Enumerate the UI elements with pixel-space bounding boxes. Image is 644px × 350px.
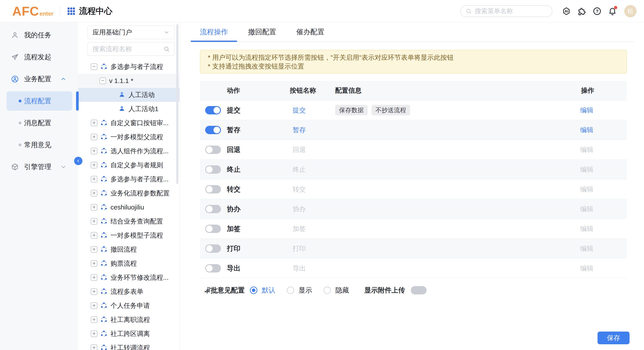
- process-icon: [100, 176, 108, 183]
- tree-node[interactable]: + 自定义参与者规则: [78, 158, 180, 172]
- tree-node[interactable]: + 个人任务申请: [78, 299, 180, 313]
- edit-link: 编辑: [580, 205, 593, 213]
- sidebar-item-engine-management[interactable]: 引擎管理: [0, 156, 78, 178]
- tree-expander-icon[interactable]: +: [91, 316, 97, 323]
- main-content: 流程操作 撤回配置 催办配置 * 用户可以为流程指定环节选择所需按钮，"开关启用…: [180, 22, 644, 350]
- sidebar-item-business-config[interactable]: 业务配置: [0, 68, 78, 90]
- tree-expander-icon[interactable]: +: [91, 288, 97, 295]
- tree-node[interactable]: + 自定义窗口按钮审...: [78, 116, 180, 130]
- tree-node-label: 自定义窗口按钮审...: [110, 119, 168, 128]
- tree-expander-icon[interactable]: +: [91, 218, 97, 225]
- radio-show[interactable]: 显示: [287, 286, 312, 295]
- tree-expander-icon[interactable]: −: [100, 78, 106, 84]
- app-grid-icon: [67, 7, 76, 16]
- tree-node[interactable]: + 多选参与者子流程...: [78, 172, 180, 186]
- bullet-icon: [19, 144, 22, 146]
- save-button[interactable]: 保存: [598, 331, 630, 344]
- radio-label: 默认: [262, 286, 275, 295]
- table-body: 提交 提交 保存数据不抄送流程 编辑 暂存 暂存 编辑 回退 回退 编辑 终止 …: [200, 100, 627, 278]
- user-circle-icon: [11, 75, 19, 83]
- tree-node[interactable]: − v 1.1.1 *: [78, 74, 180, 88]
- tree-node[interactable]: + 流程多表单: [78, 285, 180, 299]
- tree-node[interactable]: + 社工转调流程: [78, 341, 180, 350]
- action-toggle[interactable]: [205, 145, 221, 154]
- plugin-icon[interactable]: [577, 7, 586, 16]
- tree-node[interactable]: + 撤回流程: [78, 242, 180, 256]
- action-toggle[interactable]: [205, 244, 221, 253]
- process-search-box[interactable]: 搜索流程名称: [88, 42, 175, 56]
- tree-expander-icon[interactable]: +: [91, 344, 97, 350]
- tree-node[interactable]: + 一对多模型父流程: [78, 130, 180, 144]
- tree-node[interactable]: + ceshiluojiliu: [78, 200, 180, 214]
- menu-search-input[interactable]: [475, 8, 547, 15]
- tree-node-label: 一对多模型父流程: [110, 133, 163, 142]
- action-toggle[interactable]: [205, 205, 221, 213]
- radio-default[interactable]: 默认: [250, 286, 275, 295]
- tree-expander-icon[interactable]: +: [91, 330, 97, 337]
- tab-label: 撤回配置: [248, 27, 276, 37]
- tree-node[interactable]: + 业务环节修改流程...: [78, 271, 180, 285]
- app-select[interactable]: 应用基础门户: [88, 26, 175, 39]
- user-icon: [11, 31, 19, 39]
- ai-assistant-icon[interactable]: AI: [562, 7, 571, 16]
- tree-node[interactable]: + 社工离职流程: [78, 313, 180, 327]
- notice-line: * 支持通过拖拽改变按钮显示位置: [208, 62, 619, 71]
- edit-link: 编辑: [580, 224, 593, 233]
- edit-link[interactable]: 编辑: [580, 125, 593, 134]
- tab-withdraw-config[interactable]: 撤回配置: [239, 22, 286, 42]
- tree-expander-icon[interactable]: +: [91, 176, 97, 183]
- avatar[interactable]: 租: [624, 5, 636, 17]
- sidebar-item-message-config[interactable]: 消息配置: [0, 112, 78, 134]
- tree-node[interactable]: + 社工跨区调离: [78, 327, 180, 341]
- tree-expander-icon[interactable]: +: [91, 246, 97, 253]
- sidebar-item-common-opinions[interactable]: 常用意见: [0, 134, 78, 156]
- tree-expander-icon[interactable]: +: [91, 134, 97, 140]
- action-toggle[interactable]: [205, 106, 221, 114]
- tree-expander-icon[interactable]: +: [91, 162, 97, 168]
- tree-node[interactable]: + 购票流程: [78, 256, 180, 271]
- sidebar-item-process-config[interactable]: 流程配置: [0, 90, 78, 112]
- action-toggle[interactable]: [205, 165, 221, 174]
- tree-expander-icon[interactable]: −: [91, 63, 97, 70]
- table-row: 打印 打印 编辑: [200, 239, 627, 258]
- action-toggle[interactable]: [205, 225, 221, 233]
- sidebar-item-my-tasks[interactable]: 我的任务: [0, 24, 78, 46]
- tree-node[interactable]: 人工活动: [78, 88, 180, 102]
- tree-node[interactable]: + 业务化流程参数配置: [78, 186, 180, 200]
- edit-link: 编辑: [580, 244, 593, 253]
- action-toggle[interactable]: [205, 185, 221, 194]
- tree-scrollbar[interactable]: [176, 24, 178, 184]
- tree-node[interactable]: + 结合业务查询配置: [78, 214, 180, 228]
- radio-hide[interactable]: 隐藏: [324, 286, 349, 295]
- button-name: 提交: [293, 106, 306, 115]
- tree-expander-icon[interactable]: +: [91, 302, 97, 309]
- sidebar-collapse-button[interactable]: ‹: [74, 157, 82, 165]
- tree-node[interactable]: − 多选参与者子流程: [78, 60, 180, 74]
- tree-expander-icon[interactable]: +: [91, 120, 97, 126]
- tree-node-label: 人工活动1: [128, 104, 158, 113]
- tree-expander-icon[interactable]: +: [91, 204, 97, 211]
- tree-expander-icon[interactable]: +: [91, 260, 97, 267]
- help-icon[interactable]: ?: [593, 7, 602, 16]
- table-row: 提交 提交 保存数据不抄送流程 编辑: [200, 100, 627, 120]
- button-name: 协办: [293, 205, 306, 213]
- tree-node[interactable]: + 一对多模型子流程: [78, 228, 180, 242]
- tree-expander-icon[interactable]: +: [91, 232, 97, 239]
- attachment-upload-toggle[interactable]: [411, 286, 426, 294]
- tree-node[interactable]: + 选人组件作为流程...: [78, 144, 180, 158]
- menu-search-box[interactable]: [460, 5, 552, 17]
- tab-urge-config[interactable]: 催办配置: [287, 22, 334, 42]
- action-toggle[interactable]: [205, 264, 221, 272]
- tree-node[interactable]: 人工活动1: [78, 102, 180, 116]
- edit-link[interactable]: 编辑: [580, 106, 593, 115]
- notifications-button[interactable]: [608, 7, 617, 16]
- notification-badge: [614, 6, 617, 9]
- tree-expander-icon[interactable]: +: [91, 190, 97, 197]
- tree-expander-icon[interactable]: +: [91, 148, 97, 154]
- app-select-value: 应用基础门户: [92, 28, 132, 37]
- attachment-upload-label: 显示附件上传: [364, 286, 405, 295]
- tree-expander-icon[interactable]: +: [91, 274, 97, 281]
- tab-process-operation[interactable]: 流程操作: [191, 22, 237, 42]
- sidebar-item-process-start[interactable]: 流程发起: [0, 46, 78, 68]
- action-toggle[interactable]: [205, 126, 221, 134]
